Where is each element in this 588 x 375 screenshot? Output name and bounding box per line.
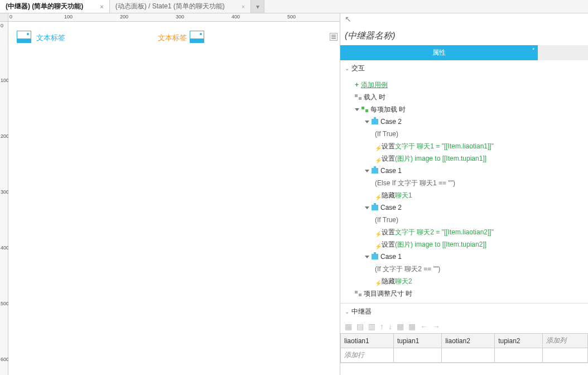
- case-icon: [372, 119, 378, 124]
- dirty-indicator: *: [532, 47, 534, 52]
- plus-icon: +: [355, 80, 359, 90]
- canvas[interactable]: 文本标签 文本标签: [8, 22, 340, 375]
- add-column[interactable]: 添加列: [543, 334, 588, 348]
- bolt-icon: [375, 229, 379, 235]
- add-case-link[interactable]: + 添加用例: [340, 79, 588, 91]
- case-node[interactable]: Case 2: [340, 201, 588, 214]
- canvas-area: 0 100 200 300 400 500 0 100 200 300 400 …: [0, 13, 340, 375]
- section-header-interactions[interactable]: ⌄ 交互: [340, 60, 588, 76]
- action-row[interactable]: 隐藏 聊天1: [340, 189, 588, 201]
- bolt-icon: [375, 241, 379, 248]
- col-header[interactable]: tupian1: [393, 334, 441, 348]
- cell[interactable]: [442, 348, 495, 363]
- tab-dropdown[interactable]: ▾: [251, 0, 264, 13]
- case-node[interactable]: Case 1: [340, 251, 588, 263]
- case-node[interactable]: Case 1: [340, 165, 588, 177]
- bolt-icon: [375, 192, 379, 199]
- toolbar-btn[interactable]: ←: [420, 322, 428, 331]
- toolbar-btn[interactable]: ▦: [408, 322, 416, 331]
- repeater-data-table[interactable]: liaotian1 tupian1 liaotian2 tupian2 添加列 …: [340, 333, 588, 363]
- case-condition: (If 文字于 聊天2 == ""): [340, 263, 588, 275]
- toolbar-btn[interactable]: ▤: [356, 322, 364, 331]
- action-row[interactable]: 设置 (图片) image to [[Item.tupian1]]: [340, 152, 588, 165]
- case-node[interactable]: Case 2: [340, 116, 588, 128]
- collapse-arrow-icon[interactable]: ↖: [345, 15, 351, 23]
- image-widget-1[interactable]: [17, 31, 31, 43]
- event-icon: [355, 94, 362, 100]
- chevron-down-icon: [355, 108, 359, 111]
- close-icon[interactable]: ×: [242, 3, 245, 10]
- case-icon: [372, 205, 378, 210]
- tab-other[interactable]: [538, 45, 588, 60]
- case-icon: [372, 254, 378, 259]
- document-tabs: (中继器) (简单的聊天功能) × (动态面板) / State1 (简单的聊天…: [0, 0, 588, 13]
- chevron-down-icon: [365, 206, 369, 209]
- image-widget-2[interactable]: [190, 31, 204, 43]
- section-interactions: ⌄ 交互 + 添加用例 载入 时 每项加载 时: [340, 60, 588, 304]
- text-label-1[interactable]: 文本标签: [36, 33, 65, 43]
- event-icon: [362, 107, 368, 112]
- tab-label: (中继器) (简单的聊天功能): [6, 2, 83, 11]
- action-row[interactable]: 设置 (图片) image to [[Item.tupian2]]: [340, 238, 588, 251]
- tab-repeater[interactable]: (中继器) (简单的聊天功能) ×: [0, 0, 110, 13]
- case-icon: [372, 168, 378, 174]
- repeater-toolbar: ▦ ▤ ▥ ↑ ↓ ▦ ▦ ← →: [340, 320, 588, 333]
- section-title: 中继器: [351, 307, 372, 316]
- section-title: 交互: [351, 64, 365, 73]
- text-label-2[interactable]: 文本标签: [158, 33, 187, 43]
- case-condition: (Else If 文字于 聊天1 == ""): [340, 177, 588, 189]
- add-row[interactable]: 添加行: [341, 348, 394, 363]
- bolt-icon: [375, 155, 379, 162]
- toolbar-btn[interactable]: →: [432, 322, 440, 331]
- chevron-down-icon: [365, 121, 369, 123]
- chevron-down-icon: ⌄: [345, 65, 349, 71]
- chevron-down-icon: ⌄: [345, 309, 349, 315]
- cell[interactable]: [543, 348, 588, 363]
- col-header[interactable]: tupian2: [495, 334, 543, 348]
- event-onload[interactable]: 载入 时: [340, 91, 588, 103]
- inspector-tabs: 属性 *: [340, 45, 588, 60]
- toolbar-btn[interactable]: ↑: [380, 322, 384, 331]
- tab-properties[interactable]: 属性 *: [340, 45, 538, 60]
- ruler-corner: [0, 13, 8, 22]
- event-icon: [355, 291, 362, 296]
- tab-dynamic-panel[interactable]: (动态面板) / State1 (简单的聊天功能) ×: [110, 0, 251, 13]
- toolbar-btn[interactable]: ▥: [368, 322, 375, 331]
- action-row[interactable]: 设置 文字于 聊天2 = "[[Item.liaotian2]]": [340, 226, 588, 238]
- section-repeater: ⌄ 中继器 ▦ ▤ ▥ ↑ ↓ ▦ ▦ ← → liaotian1 tupian…: [340, 304, 588, 363]
- toolbar-btn[interactable]: ↓: [388, 322, 392, 331]
- event-onresize[interactable]: 项目调整尺寸 时: [340, 287, 588, 300]
- bolt-icon: [375, 278, 379, 285]
- chevron-down-icon: [365, 170, 369, 172]
- case-condition: (If True): [340, 128, 588, 140]
- ruler-horizontal: 0 100 200 300 400 500: [8, 13, 340, 22]
- tab-label: (动态面板) / State1 (简单的聊天功能): [115, 2, 225, 11]
- close-icon[interactable]: ×: [100, 3, 103, 10]
- cell[interactable]: [393, 348, 441, 363]
- event-onitemload[interactable]: 每项加载 时: [340, 103, 588, 116]
- bolt-icon: [375, 143, 379, 150]
- col-header[interactable]: liaotian2: [442, 334, 495, 348]
- action-row[interactable]: 设置 文字于 聊天1 = "[[Item.liaotian1]]": [340, 140, 588, 152]
- toolbar-btn[interactable]: ▦: [345, 322, 352, 331]
- inspector-header: ↖: [340, 13, 588, 25]
- action-row[interactable]: 隐藏 聊天2: [340, 275, 588, 287]
- widget-name[interactable]: (中继器名称): [340, 25, 588, 45]
- chevron-down-icon: [365, 256, 369, 258]
- toolbar-btn[interactable]: ▦: [397, 322, 404, 331]
- ruler-vertical: 0 100 200 300 400 500 600: [0, 22, 8, 375]
- section-header-repeater[interactable]: ⌄ 中继器: [340, 304, 588, 320]
- col-header[interactable]: liaotian1: [341, 334, 394, 348]
- inspector-panel: ↖ (中继器名称) 属性 * ⌄ 交互 + 添加用例: [340, 13, 588, 375]
- note-icon[interactable]: [330, 33, 338, 41]
- case-condition: (If True): [340, 214, 588, 226]
- cell[interactable]: [495, 348, 543, 363]
